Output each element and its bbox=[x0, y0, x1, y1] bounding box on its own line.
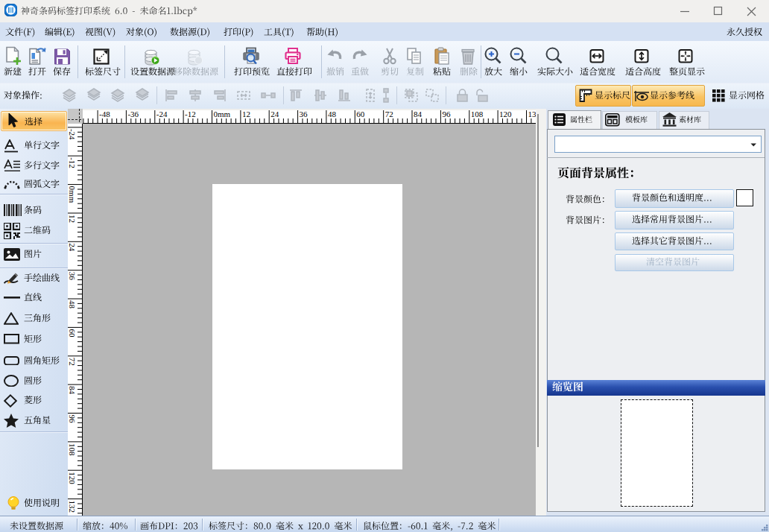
svg-text:120: 120 bbox=[68, 472, 77, 484]
svg-text:60: 60 bbox=[356, 110, 365, 118]
svg-text:12: 12 bbox=[242, 110, 250, 118]
svg-text:84: 84 bbox=[414, 110, 423, 118]
svg-text:-36: -36 bbox=[127, 110, 139, 118]
svg-text:72: 72 bbox=[385, 110, 393, 118]
svg-text:48: 48 bbox=[328, 110, 337, 118]
svg-text:12: 12 bbox=[68, 215, 77, 223]
svg-text:60: 60 bbox=[68, 329, 77, 338]
svg-text:108: 108 bbox=[68, 443, 77, 456]
svg-text:120: 120 bbox=[499, 110, 512, 118]
svg-text:132: 132 bbox=[68, 501, 77, 513]
svg-text:96: 96 bbox=[442, 110, 451, 118]
svg-text:96: 96 bbox=[68, 415, 77, 424]
svg-text:36: 36 bbox=[68, 272, 77, 281]
svg-text:48: 48 bbox=[68, 300, 77, 309]
svg-text:0mm: 0mm bbox=[214, 110, 231, 118]
svg-text:132: 132 bbox=[528, 110, 537, 118]
svg-text:0mm: 0mm bbox=[68, 186, 77, 203]
svg-text:84: 84 bbox=[68, 386, 77, 395]
svg-text:-12: -12 bbox=[185, 110, 196, 118]
svg-text:-48: -48 bbox=[99, 110, 110, 118]
svg-text:36: 36 bbox=[300, 110, 308, 118]
svg-text:72: 72 bbox=[68, 358, 77, 366]
svg-text:-12: -12 bbox=[68, 157, 77, 168]
svg-text:108: 108 bbox=[471, 110, 484, 118]
svg-text:-24: -24 bbox=[68, 129, 77, 140]
svg-text:24: 24 bbox=[270, 110, 279, 118]
svg-text:24: 24 bbox=[68, 243, 77, 252]
svg-text:-24: -24 bbox=[156, 110, 168, 118]
